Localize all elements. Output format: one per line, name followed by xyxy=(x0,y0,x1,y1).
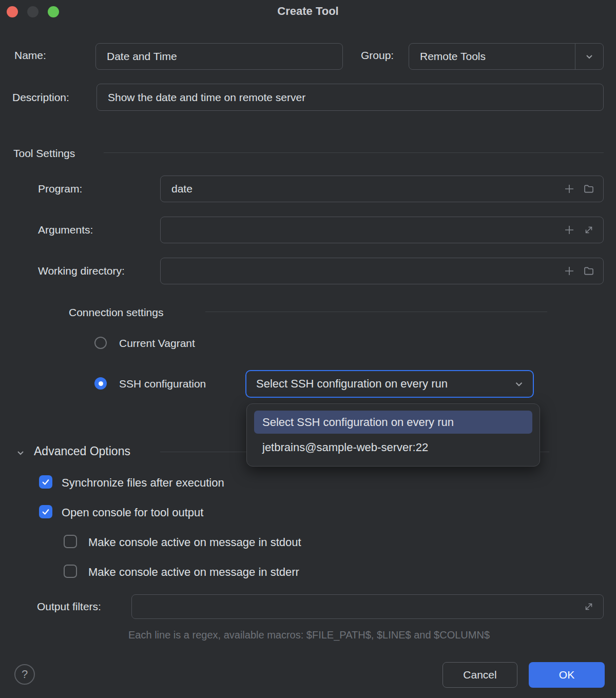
plus-icon xyxy=(563,224,575,236)
console-active-stdout-checkbox[interactable] xyxy=(64,535,77,548)
group-dropdown-button[interactable] xyxy=(575,44,603,69)
open-console-checkbox[interactable] xyxy=(39,505,52,518)
chevron-down-icon xyxy=(584,51,594,62)
ssh-configuration-radio[interactable] xyxy=(94,377,107,390)
dropdown-option-select-on-every-run[interactable]: Select SSH configuration on every run xyxy=(254,411,532,434)
group-combobox[interactable]: Remote Tools xyxy=(409,43,604,70)
folder-icon xyxy=(583,265,595,277)
group-value: Remote Tools xyxy=(409,50,575,63)
console-active-stderr-label: Make console active on message in stderr xyxy=(88,566,299,579)
expand-icon xyxy=(583,600,595,613)
browse-file-button[interactable] xyxy=(583,183,595,195)
chevron-down-icon xyxy=(513,378,533,390)
ok-button[interactable]: OK xyxy=(529,662,605,688)
window-title: Create Tool xyxy=(0,5,616,18)
arguments-label: Arguments: xyxy=(38,224,93,236)
ssh-configuration-combobox[interactable]: Select SSH configuration on every run xyxy=(245,370,534,398)
advanced-options-collapse-toggle[interactable] xyxy=(15,448,26,460)
advanced-options-title: Advanced Options xyxy=(34,444,130,458)
current-vagrant-radio[interactable] xyxy=(94,337,107,349)
question-mark-icon: ? xyxy=(22,668,28,681)
plus-icon xyxy=(563,183,575,195)
working-directory-label: Working directory: xyxy=(38,265,125,277)
name-input[interactable]: Date and Time xyxy=(95,43,343,70)
current-vagrant-label: Current Vagrant xyxy=(119,337,195,350)
expand-field-button[interactable] xyxy=(583,224,595,236)
help-button[interactable]: ? xyxy=(14,664,35,685)
ssh-configuration-dropdown-popup: Select SSH configuration on every run je… xyxy=(246,403,540,467)
program-input[interactable]: date xyxy=(160,176,604,202)
ssh-configuration-label: SSH configuration xyxy=(119,378,206,390)
program-label: Program: xyxy=(38,183,82,195)
browse-folder-button[interactable] xyxy=(583,265,595,277)
synchronize-files-checkbox[interactable] xyxy=(39,475,52,489)
insert-macro-button[interactable] xyxy=(563,224,575,236)
dropdown-option-label: Select SSH configuration on every run xyxy=(254,416,454,429)
working-directory-input[interactable] xyxy=(160,258,604,284)
description-label: Description: xyxy=(12,91,69,104)
ssh-configuration-value: Select SSH configuration on every run xyxy=(246,377,513,391)
console-active-stdout-label: Make console active on message in stdout xyxy=(88,536,301,549)
output-filters-input[interactable] xyxy=(131,594,604,619)
folder-icon xyxy=(583,183,595,195)
insert-macro-button[interactable] xyxy=(563,183,575,195)
name-label: Name: xyxy=(14,49,46,62)
synchronize-files-label: Synchronize files after execution xyxy=(62,476,224,490)
create-tool-dialog: Create Tool Name: Date and Time Group: R… xyxy=(0,0,616,698)
program-value: date xyxy=(161,183,563,195)
description-value: Show the date and time on remote server xyxy=(97,91,603,104)
plus-icon xyxy=(563,265,575,277)
connection-settings-title: Connection settings xyxy=(69,306,163,319)
check-icon xyxy=(41,477,50,487)
cancel-button-label: Cancel xyxy=(463,669,496,681)
expand-field-button[interactable] xyxy=(583,600,595,613)
tool-settings-title: Tool Settings xyxy=(13,147,75,160)
connection-settings-divider xyxy=(205,312,547,312)
chevron-down-icon xyxy=(15,448,26,458)
insert-macro-button[interactable] xyxy=(563,265,575,277)
output-filters-label: Output filters: xyxy=(37,600,101,613)
group-label: Group: xyxy=(361,49,394,62)
description-input[interactable]: Show the date and time on remote server xyxy=(97,84,604,111)
cancel-button[interactable]: Cancel xyxy=(442,662,517,688)
arguments-input[interactable] xyxy=(160,217,604,243)
dropdown-option-label: jetbrains@sample-web-server:22 xyxy=(254,441,428,454)
name-value: Date and Time xyxy=(96,50,342,63)
dropdown-option-jetbrains-server[interactable]: jetbrains@sample-web-server:22 xyxy=(254,436,532,459)
ok-button-label: OK xyxy=(559,669,574,681)
open-console-label: Open console for tool output xyxy=(62,506,203,519)
tool-settings-divider xyxy=(104,152,604,153)
console-active-stderr-checkbox[interactable] xyxy=(64,565,77,578)
output-filters-hint: Each line is a regex, available macros: … xyxy=(128,629,490,641)
check-icon xyxy=(41,507,50,516)
expand-icon xyxy=(583,224,595,236)
